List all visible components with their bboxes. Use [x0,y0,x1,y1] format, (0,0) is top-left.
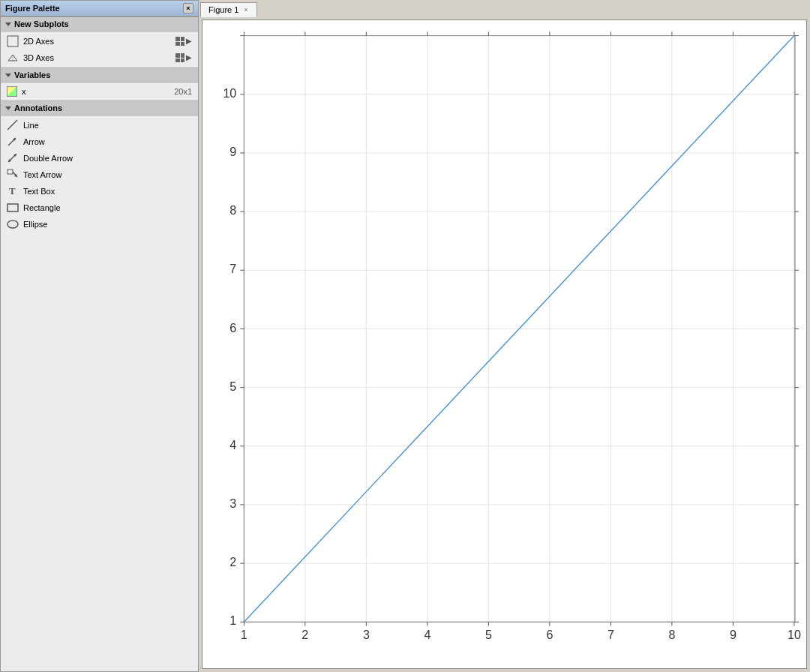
svg-text:1: 1 [241,628,248,641]
panel-title-bar: Figure Palette × [1,1,198,16]
svg-text:4: 4 [230,438,236,452]
annotations-content: Line Arrow [1,116,198,234]
plot-wrapper: 1 2 3 4 5 6 7 8 9 10 1 2 3 4 5 6 [202,20,807,669]
arrow-item[interactable]: Arrow [1,134,198,150]
variables-label: Variables [14,70,50,80]
annotations-label: Annotations [14,104,62,112]
ellipse-label: Ellipse [23,220,192,229]
new-subplots-triangle [5,22,11,26]
line-item[interactable]: Line [1,117,198,134]
tab-figure1[interactable]: Figure 1 × [200,2,257,17]
plot-svg: 1 2 3 4 5 6 7 8 9 10 1 2 3 4 5 6 [202,20,806,668]
new-subplots-label: New Subplots [14,20,69,28]
3d-axes-grid-icon [176,53,184,62]
svg-text:5: 5 [485,628,492,641]
svg-text:3: 3 [230,496,236,510]
text-box-label: Text Box [23,187,192,196]
svg-text:T: T [9,185,16,196]
svg-text:2: 2 [302,628,308,641]
arrow-icon [7,136,19,148]
2d-axes-label: 2D Axes [23,37,171,46]
3d-axes-actions: ▶ [176,53,192,62]
3d-axes-icon [7,52,19,64]
svg-text:10: 10 [223,86,236,100]
2d-axes-expand-arrow: ▶ [186,37,192,46]
3d-axes-label: 3D Axes [23,53,171,62]
svg-text:8: 8 [668,628,675,641]
line-label: Line [23,121,192,130]
3d-axes-item[interactable]: 3D Axes ▶ [1,50,198,66]
ellipse-item[interactable]: Ellipse [1,216,198,232]
figure-container: 1 2 3 4 5 6 7 8 9 10 1 2 3 4 5 6 [199,16,810,672]
svg-point-14 [8,220,18,228]
svg-text:1: 1 [230,614,236,627]
new-subplots-content: 2D Axes ▶ 3D Axes [1,32,198,68]
text-box-icon: T [7,185,19,197]
variable-x-size: 20x1 [174,87,192,96]
2d-axes-icon [7,35,19,47]
svg-text:9: 9 [730,628,736,641]
new-subplots-header[interactable]: New Subplots [1,16,198,32]
2d-axes-grid-icon [176,37,184,46]
text-arrow-icon [7,169,19,181]
panel-title: Figure Palette [5,4,60,13]
svg-text:7: 7 [230,262,236,275]
annotations-triangle [5,106,11,110]
panel-close-button[interactable]: × [183,3,194,14]
variables-header[interactable]: Variables [1,68,198,82]
svg-line-3 [8,120,17,130]
svg-text:10: 10 [788,628,801,641]
text-arrow-label: Text Arrow [23,170,192,179]
svg-text:7: 7 [608,628,614,641]
variable-x-icon [7,86,17,97]
svg-rect-0 [8,36,18,46]
annotations-header[interactable]: Annotations [1,100,198,116]
variable-x-item[interactable]: x 20x1 [1,84,198,99]
svg-text:5: 5 [230,380,236,393]
rectangle-label: Rectangle [23,203,192,212]
2d-axes-item[interactable]: 2D Axes ▶ [1,33,198,50]
rectangle-item[interactable]: Rectangle [1,200,198,216]
ellipse-icon [7,218,19,230]
figure-palette-panel: Figure Palette × New Subplots 2D Axes [0,0,199,672]
svg-rect-9 [8,170,13,174]
tab-bar: Figure 1 × [199,0,810,16]
svg-text:4: 4 [424,628,430,641]
svg-text:9: 9 [230,145,236,158]
svg-rect-13 [8,204,18,212]
text-box-item[interactable]: T Text Box [1,183,198,200]
double-arrow-icon [7,152,19,164]
svg-text:8: 8 [230,203,236,217]
svg-text:3: 3 [363,628,370,641]
variables-triangle [5,74,11,77]
svg-text:6: 6 [546,628,553,641]
double-arrow-item[interactable]: Double Arrow [1,150,198,166]
tab-figure1-close[interactable]: × [243,6,248,14]
rectangle-icon [7,202,19,214]
right-area: Figure 1 × [199,0,810,672]
svg-text:6: 6 [230,320,236,334]
variables-content: x 20x1 [1,82,198,100]
tab-figure1-label: Figure 1 [208,5,238,14]
3d-axes-expand-arrow: ▶ [186,53,192,62]
double-arrow-label: Double Arrow [23,154,192,163]
text-arrow-item[interactable]: Text Arrow [1,166,198,183]
2d-axes-actions: ▶ [176,37,192,46]
line-icon [7,119,19,131]
variable-x-name: x [22,87,170,96]
svg-text:2: 2 [230,555,236,568]
arrow-label: Arrow [23,137,192,146]
